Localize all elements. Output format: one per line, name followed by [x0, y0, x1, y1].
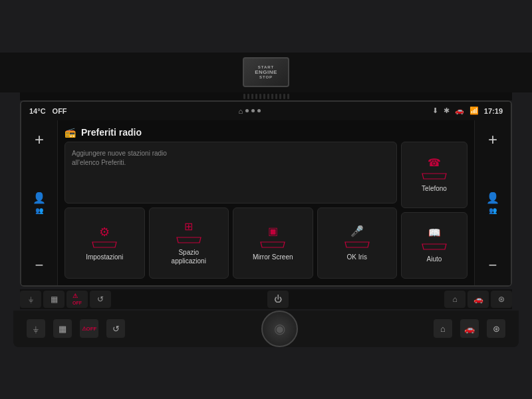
bluetooth-icon2: ✱ [444, 106, 450, 115]
impostazioni-label: Impostazioni [86, 253, 123, 261]
radio-icon: 📻 [65, 127, 76, 138]
dot-3 [257, 109, 261, 112]
car-frame: START ENGINE STOP 14°C OFF ⌂ ⬇︎ ✱ 🚗 [0, 0, 532, 399]
car-button[interactable]: 🚗 [467, 291, 489, 308]
left-physical-buttons: ⏚ ▦ ⚠ OFF ↺ [27, 319, 125, 338]
defrost-button[interactable]: ⏚ [20, 291, 41, 308]
center-dial[interactable]: ◉ [261, 311, 298, 347]
description-text: Aggiungere nuove stazioni radio all'elen… [72, 149, 390, 168]
spazio-label: Spazioapplicazioni [172, 248, 206, 265]
top-area: START ENGINE STOP [0, 53, 532, 92]
panel-header: 📻 Preferiti radio [65, 127, 467, 138]
camera-icon: ▦ [51, 295, 58, 304]
iris-icon-container: 🎤 [342, 225, 372, 249]
top-vent [20, 92, 512, 100]
impostazioni-icon-container: ⚙ [89, 225, 120, 249]
phys-warning-icon: ⚠ [82, 326, 86, 332]
content-area: Aggiungere nuove stazioni radio all'elen… [65, 142, 467, 279]
home-icon: ⌂ [238, 107, 243, 115]
phys-defrost-icon: ⏚ [33, 324, 39, 334]
right-add-button[interactable]: + [481, 128, 505, 152]
fan-icon: ⊛ [498, 295, 505, 304]
phys-camera-icon: ▦ [59, 324, 66, 334]
clock-display: 17:19 [484, 107, 503, 115]
apps-icon: ⊞ [184, 220, 193, 233]
telefono-label: Telefono [422, 184, 447, 193]
status-bar: 14°C OFF ⌂ ⬇︎ ✱ 🚗 📶 17:19 [21, 102, 511, 120]
mirror-icon-container: ▣ [257, 225, 288, 249]
phys-home-btn[interactable]: ⌂ [434, 319, 452, 338]
phys-cycle-btn[interactable]: ↺ [106, 319, 125, 338]
left-sidebar: + 👤 👥 − [21, 120, 58, 285]
aiuto-icon-container: 📖 [419, 227, 450, 251]
microphone-icon: 🎤 [350, 225, 364, 237]
spazio-icon-container: ⊞ [174, 220, 204, 244]
telefono-icon-container: ☎ [419, 156, 450, 180]
right-user-icon: 👤 [486, 192, 499, 204]
power-button[interactable]: ⏻ [267, 291, 289, 308]
phys-defrost-btn[interactable]: ⏚ [27, 319, 45, 338]
ok-iris-button[interactable]: 🎤 OK Iris [317, 207, 398, 279]
phys-warning-btn[interactable]: ⚠ OFF [80, 319, 98, 338]
phys-fan-btn[interactable]: ⊛ [487, 319, 505, 338]
platform-base-1 [91, 241, 118, 249]
phys-camera-btn[interactable]: ▦ [53, 319, 72, 338]
platform-base-a [421, 243, 448, 251]
bottom-items-row: ⚙ Impostazioni ⊞ [65, 207, 397, 279]
dot-1 [245, 109, 249, 112]
telefono-button[interactable]: ☎ Telefono [401, 142, 467, 208]
user-sub-icon: 👥 [35, 207, 43, 214]
signal-icon: 📶 [469, 106, 479, 115]
cycle-button[interactable]: ↺ [90, 291, 111, 308]
ok-iris-label: OK Iris [346, 253, 367, 261]
temperature-display: 14°C [29, 107, 46, 115]
left-user-icons: 👤 👥 [33, 192, 46, 214]
physical-bottom-bar: ⏚ ▦ ⚠ OFF ↺ ◉ ⌂ 🚗 ⊛ [13, 311, 519, 347]
mirror-icon: ▣ [268, 225, 278, 237]
left-minus-button[interactable]: − [28, 254, 51, 277]
start-stop-button[interactable]: START ENGINE STOP [243, 57, 289, 87]
aiuto-button[interactable]: 📖 Aiuto [401, 212, 467, 279]
description-card: Aggiungere nuove stazioni radio all'elen… [65, 142, 397, 203]
phys-cycle-icon: ↺ [112, 324, 120, 334]
phys-car-icon: 🚗 [464, 324, 475, 334]
status-right: ⬇︎ ✱ 🚗 📶 17:19 [432, 106, 503, 115]
phys-fan-icon: ⊛ [493, 324, 500, 334]
warning-button[interactable]: ⚠OFF [66, 291, 88, 308]
cycle-icon: ↺ [97, 295, 104, 304]
right-minus-button[interactable]: − [481, 254, 505, 277]
main-screen: 14°C OFF ⌂ ⬇︎ ✱ 🚗 📶 17:19 + 👤 [20, 100, 512, 287]
fan-button[interactable]: ⊛ [491, 291, 512, 308]
spazio-applicazioni-button[interactable]: ⊞ Spazioapplicazioni [149, 207, 229, 279]
aiuto-label: Aiuto [427, 255, 442, 263]
mirror-screen-button[interactable]: ▣ Mirror Screen [233, 207, 313, 279]
right-physical-buttons: ⌂ 🚗 ⊛ [434, 319, 505, 338]
warning-icon: ⚠OFF [72, 293, 82, 306]
bluetooth-icon: ⬇︎ [432, 106, 438, 115]
user-icon: 👤 [33, 192, 46, 204]
impostazioni-button[interactable]: ⚙ Impostazioni [65, 207, 145, 279]
help-icon: 📖 [428, 227, 441, 239]
defrost-icon: ⏚ [29, 295, 33, 304]
left-content: Aggiungere nuove stazioni radio all'elen… [65, 142, 397, 279]
platform-base-t [421, 172, 448, 180]
settings-icon: ⚙ [99, 225, 110, 239]
camera-button[interactable]: ▦ [43, 291, 65, 308]
platform-base-2 [176, 236, 202, 244]
phys-off-label: OFF [86, 326, 97, 332]
phone-icon: ☎ [428, 156, 441, 169]
main-panel: 📻 Preferiti radio Aggiungere nuove stazi… [58, 120, 474, 285]
screen-content: + 👤 👥 − 📻 Preferiti radio [21, 120, 511, 285]
home-button[interactable]: ⌂ [444, 291, 466, 308]
right-items: ☎ Telefono 📖 [401, 142, 467, 279]
home-icon-btn: ⌂ [452, 295, 457, 304]
dot-2 [251, 109, 255, 112]
dial-texture: ◉ [274, 321, 285, 336]
right-user-icons: 👤 👥 [486, 192, 499, 214]
right-user-sub-icon: 👥 [489, 207, 497, 214]
phys-home-icon: ⌂ [440, 324, 446, 334]
status-center: ⌂ [74, 107, 426, 115]
platform-base-4 [344, 241, 370, 249]
phys-car-btn[interactable]: 🚗 [460, 319, 479, 338]
left-add-button[interactable]: + [28, 128, 51, 152]
